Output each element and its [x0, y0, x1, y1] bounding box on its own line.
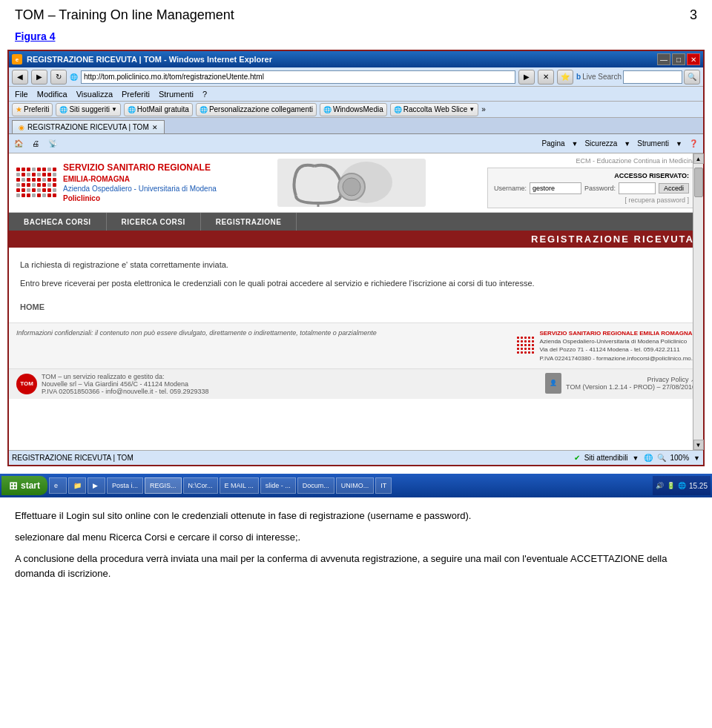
azienda-label: Azienda Ospedaliero - Universitaria di M…: [63, 184, 217, 193]
below-para3: A conclusione della procedura verrà invi…: [15, 552, 697, 583]
safe-label: Siti attendibili: [584, 454, 628, 462]
go-button[interactable]: ▶: [518, 70, 535, 85]
taskbar-folder-icon[interactable]: 📁: [68, 477, 86, 494]
dot36: [32, 188, 36, 192]
strumenti-chevron[interactable]: ▼: [676, 140, 682, 148]
toolbar-right: Pagina ▼ Sicurezza ▼ Strumenti ▼ ❓: [539, 139, 700, 148]
toolbar-print[interactable]: 🖨: [30, 139, 42, 148]
bookmark-siti[interactable]: 🌐 Siti suggeriti ▼: [56, 103, 120, 116]
footer-address: Via del Pozzo 71 - 41124 Modena - tel. 0…: [539, 346, 679, 353]
fd17: [521, 348, 523, 350]
taskbar-media-icon[interactable]: ▶: [88, 477, 105, 494]
pagina-button[interactable]: Pagina: [539, 139, 567, 148]
nav-registrazione[interactable]: REGISTRAZIONE: [201, 213, 297, 231]
menu-strumenti[interactable]: Strumenti: [159, 90, 194, 99]
nav-ricerca[interactable]: RICERCA CORSI: [107, 213, 201, 231]
dot10: [22, 173, 25, 176]
forward-button[interactable]: ▶: [31, 70, 47, 85]
recupera-link[interactable]: [ recupera password ]: [494, 196, 689, 204]
dot40: [53, 188, 56, 192]
bottom-info-right: 👤 Privacy Policy ↗ TOM (Version 1.2.14 -…: [545, 373, 696, 395]
password-input[interactable]: [619, 182, 656, 194]
search-input[interactable]: [623, 70, 682, 84]
menu-visualizza[interactable]: Visualizza: [76, 90, 113, 99]
nav-bacheca[interactable]: BACHECA CORSI: [9, 213, 107, 231]
footer-confidential: Informazioni confidenziali: il contenuto…: [16, 329, 510, 363]
taskbar-slide[interactable]: slide - ...: [260, 477, 296, 494]
taskbar-unimo[interactable]: UNIMO...: [336, 477, 375, 494]
taskbar-posta[interactable]: Posta i...: [107, 477, 143, 494]
start-button[interactable]: ⊞ start: [1, 476, 47, 495]
bookmark-personalizzazione[interactable]: 🌐 Personalizzazione collegamenti: [196, 103, 317, 116]
person-icon: 👤: [545, 373, 561, 394]
address-icon: 🌐: [70, 73, 78, 81]
username-input[interactable]: [530, 182, 581, 194]
toolbar-home[interactable]: 🏠: [12, 139, 25, 148]
site-footer: Informazioni confidenziali: il contenuto…: [9, 322, 703, 368]
bookmark-preferiti[interactable]: ★ Preferiti: [12, 103, 53, 116]
logo-dots: [16, 168, 57, 198]
dot4: [32, 168, 36, 171]
bookmark-hotmail[interactable]: 🌐 HotMail gratuita: [124, 103, 193, 116]
back-button[interactable]: ◀: [12, 70, 28, 85]
menu-modifica[interactable]: Modifica: [37, 90, 67, 99]
minimize-button[interactable]: —: [657, 53, 670, 65]
scroll-thumb[interactable]: [694, 168, 703, 197]
bottom-info-left: TOM TOM – un servizio realizzato e gesti…: [16, 373, 538, 395]
privacy-row: 👤 Privacy Policy ↗ TOM (Version 1.2.14 -…: [545, 373, 696, 394]
fd21: [517, 351, 519, 354]
home-link[interactable]: HOME: [20, 302, 44, 311]
page-number: 3: [690, 7, 697, 23]
bookmark-windows-media[interactable]: 🌐 WindowsMedia: [320, 103, 387, 116]
menu-preferiti[interactable]: Preferiti: [122, 90, 150, 99]
help-toolbar-button[interactable]: ❓: [687, 139, 700, 148]
footer-azienda: Azienda Ospedaliero-Universitaria di Mod…: [539, 338, 687, 345]
tab-close-icon[interactable]: ✕: [152, 124, 158, 131]
search-button[interactable]: 🔍: [684, 70, 700, 85]
bookmarks-expand[interactable]: »: [481, 105, 486, 113]
scroll-down-button[interactable]: ▼: [693, 440, 704, 450]
pagina-chevron[interactable]: ▼: [572, 140, 578, 148]
dot33: [16, 188, 20, 192]
header-center: [217, 159, 487, 207]
taskbar-regis[interactable]: REGIS...: [145, 477, 182, 494]
sicurezza-button[interactable]: Sicurezza: [582, 139, 619, 148]
address-input[interactable]: [81, 70, 515, 84]
fd6: [517, 340, 519, 343]
fd20: [532, 348, 534, 350]
tom-logo-row: TOM TOM – un servizio realizzato e gesti…: [16, 373, 538, 395]
dot46: [42, 193, 46, 197]
taskbar-email[interactable]: E MAIL ...: [220, 477, 259, 494]
sicurezza-chevron[interactable]: ▼: [624, 140, 630, 148]
refresh-stop-button[interactable]: ✕: [538, 70, 554, 85]
scroll-up-button[interactable]: ▲: [693, 153, 704, 164]
taskbar-notify-icon1: 🔊: [656, 482, 664, 489]
strumenti-button[interactable]: Strumenti: [635, 139, 671, 148]
toolbar-rss[interactable]: 📡: [46, 139, 59, 148]
tab-label: REGISTRAZIONE RICEVUTA | TOM: [27, 123, 149, 131]
status-right: ✔ Siti attendibili ▼ 🌐 🔍 100% ▼: [574, 454, 700, 462]
accedi-button[interactable]: Accedi: [659, 183, 689, 193]
menu-help[interactable]: ?: [202, 90, 207, 99]
menu-file[interactable]: File: [15, 90, 28, 99]
taskbar-it[interactable]: IT: [375, 477, 392, 494]
content-line1: La richiesta di registrazione e' stata c…: [20, 259, 692, 271]
fd7: [521, 340, 523, 343]
svg-point-4: [343, 178, 360, 196]
dot37: [37, 188, 41, 192]
taskbar-ie-icon[interactable]: e: [49, 477, 67, 494]
ssr-label: SERVIZIO SANITARIO REGIONALE: [63, 162, 217, 174]
active-tab[interactable]: ◉ REGISTRAZIONE RICEVUTA | TOM ✕: [12, 120, 165, 133]
favorites-button[interactable]: ⭐: [557, 70, 573, 85]
close-button[interactable]: ✕: [687, 53, 700, 65]
below-para2: selezionare dal menu Ricerca Corsi e cer…: [15, 530, 697, 546]
scrollbar[interactable]: ▲ ▼: [693, 153, 703, 450]
bookmark-raccolta[interactable]: 🌐 Raccolta Web Slice ▼: [390, 103, 478, 116]
dot20: [32, 178, 36, 182]
maximize-button[interactable]: □: [672, 53, 685, 65]
privacy-link[interactable]: Privacy Policy: [647, 376, 688, 383]
fd16: [517, 348, 519, 350]
refresh-button[interactable]: ↻: [50, 70, 67, 85]
taskbar-ncor[interactable]: N:\Cor...: [183, 477, 218, 494]
taskbar-docum[interactable]: Docum...: [297, 477, 334, 494]
